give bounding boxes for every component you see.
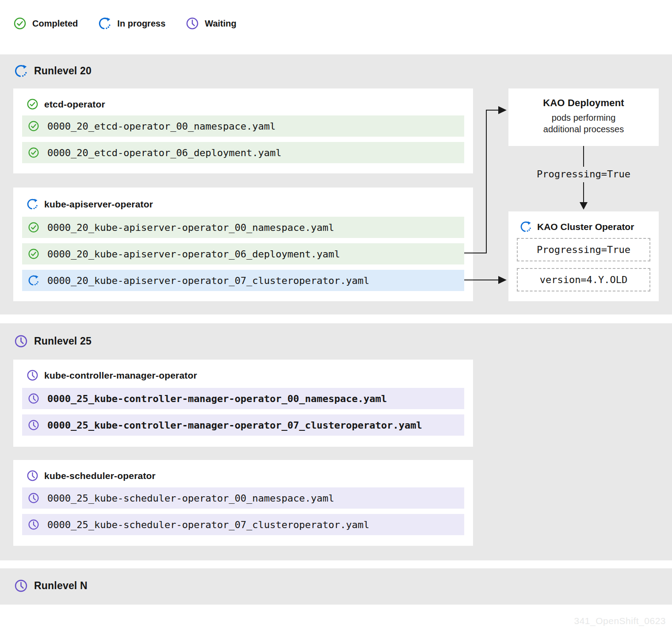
card-kube-controller-manager-operator: kube-controller-manager-operator 0000_25…: [13, 360, 473, 447]
clock-icon: [186, 17, 199, 30]
yaml-row-label: 0000_20_kube-apiserver-operator_06_deplo…: [47, 249, 340, 260]
kube-controller-manager-operator-header: kube-controller-manager-operator: [27, 369, 197, 381]
kao-cluster-operator-header: KAO Cluster Operator: [520, 221, 634, 233]
yaml-row-label: 0000_20_etcd-operator_00_namespace.yaml: [47, 121, 276, 132]
kube-controller-manager-operator-title: kube-controller-manager-operator: [44, 370, 197, 381]
clock-icon: [14, 334, 28, 348]
check-circle-icon: [13, 17, 27, 30]
yaml-row-label: 0000_20_kube-apiserver-operator_07_clust…: [47, 275, 369, 286]
yaml-row: 0000_25_kube-controller-manager-operator…: [22, 414, 464, 436]
check-circle-icon: [28, 120, 39, 132]
clock-icon: [27, 470, 38, 482]
progressing-flow-label: Progressing=True: [508, 169, 659, 180]
yaml-row-label: 0000_20_kube-apiserver-operator_00_names…: [47, 222, 334, 233]
flow-line-down-top: [583, 146, 584, 167]
yaml-row: 0000_20_kube-apiserver-operator_07_clust…: [22, 270, 464, 291]
yaml-row-label: 0000_25_kube-scheduler-operator_00_names…: [47, 493, 334, 504]
legend-completed-label: Completed: [32, 19, 78, 29]
clock-icon: [28, 492, 39, 504]
arrowhead-right-icon: [498, 106, 507, 114]
section-runlevel-25: Runlevel 25 kube-controller-manager-oper…: [0, 323, 672, 560]
check-circle-icon: [28, 248, 39, 260]
check-circle-icon: [28, 222, 39, 233]
yaml-row: 0000_25_kube-scheduler-operator_00_names…: [22, 487, 464, 509]
legend-waiting-label: Waiting: [205, 19, 236, 29]
legend: Completed In progress Waiting: [13, 17, 237, 30]
card-kube-apiserver-operator: kube-apiserver-operator 0000_20_kube-api…: [13, 188, 473, 301]
card-kube-scheduler-operator: kube-scheduler-operator 0000_25_kube-sch…: [13, 460, 473, 546]
runlevel-n-heading: Runlevel N: [14, 579, 88, 593]
kao-deployment-title: KAO Deployment: [508, 97, 659, 109]
yaml-row-label: 0000_20_etcd-operator_06_deployment.yaml: [47, 147, 282, 158]
kube-apiserver-operator-header: kube-apiserver-operator: [27, 198, 153, 210]
kube-scheduler-operator-header: kube-scheduler-operator: [27, 470, 156, 482]
legend-item-in-progress: In progress: [98, 17, 165, 30]
arrowhead-down-icon: [580, 202, 588, 210]
kube-scheduler-operator-title: kube-scheduler-operator: [44, 471, 156, 481]
legend-item-completed: Completed: [13, 17, 78, 30]
condition-version: version=4.Y.OLD: [517, 268, 650, 291]
arrowhead-right-icon: [498, 276, 507, 284]
clock-icon: [28, 519, 39, 530]
connector-deployment-v: [486, 110, 487, 253]
yaml-row: 0000_20_etcd-operator_06_deployment.yaml: [22, 142, 464, 163]
yaml-row: 0000_25_kube-scheduler-operator_07_clust…: [22, 514, 464, 535]
check-circle-icon: [28, 147, 39, 158]
runlevel-n-title: Runlevel N: [34, 580, 88, 592]
kube-apiserver-operator-title: kube-apiserver-operator: [44, 199, 153, 210]
sync-progress-icon: [14, 64, 28, 78]
clock-icon: [14, 579, 28, 593]
clock-icon: [28, 419, 39, 431]
legend-in-progress-label: In progress: [117, 19, 165, 29]
sync-progress-icon: [520, 221, 532, 233]
clock-icon: [27, 369, 38, 381]
yaml-row-label: 0000_25_kube-scheduler-operator_07_clust…: [47, 519, 369, 530]
clock-icon: [28, 393, 39, 404]
yaml-row: 0000_25_kube-controller-manager-operator…: [22, 388, 464, 409]
etcd-operator-title: etcd-operator: [44, 99, 105, 110]
kao-cluster-operator-title: KAO Cluster Operator: [537, 222, 634, 232]
section-runlevel-n: Runlevel N: [0, 568, 672, 605]
sync-progress-icon: [98, 17, 111, 30]
sync-progress-icon: [28, 275, 39, 286]
runlevel-20-heading: Runlevel 20: [14, 64, 92, 78]
condition-progressing: Progressing=True: [517, 238, 650, 261]
check-circle-icon: [27, 98, 38, 110]
legend-item-waiting: Waiting: [186, 17, 236, 30]
yaml-row: 0000_20_kube-apiserver-operator_06_deplo…: [22, 243, 464, 264]
card-etcd-operator: etcd-operator 0000_20_etcd-operator_00_n…: [13, 88, 473, 173]
etcd-operator-header: etcd-operator: [27, 98, 105, 110]
watermark: 341_OpenShift_0623: [574, 616, 666, 626]
flow-line-down-bottom: [583, 182, 584, 203]
kao-deployment-subtitle: pods performing additional processes: [537, 112, 630, 135]
yaml-row: 0000_20_kube-apiserver-operator_00_names…: [22, 217, 464, 238]
kao-deployment-box: KAO Deployment pods performing additiona…: [508, 88, 659, 146]
yaml-row-label: 0000_25_kube-controller-manager-operator…: [47, 420, 422, 431]
connector-clusteroperator-h: [464, 280, 499, 280]
sync-progress-icon: [27, 198, 38, 210]
yaml-row: 0000_20_etcd-operator_00_namespace.yaml: [22, 115, 464, 137]
yaml-row-label: 0000_25_kube-controller-manager-operator…: [47, 393, 387, 404]
kao-cluster-operator-box: KAO Cluster Operator Progressing=True ve…: [508, 211, 659, 301]
runlevel-20-title: Runlevel 20: [34, 65, 92, 77]
connector-deployment-h1: [464, 253, 487, 253]
runlevel-25-title: Runlevel 25: [34, 335, 92, 347]
runlevel-25-heading: Runlevel 25: [14, 334, 92, 348]
connector-deployment-h2: [486, 110, 499, 111]
